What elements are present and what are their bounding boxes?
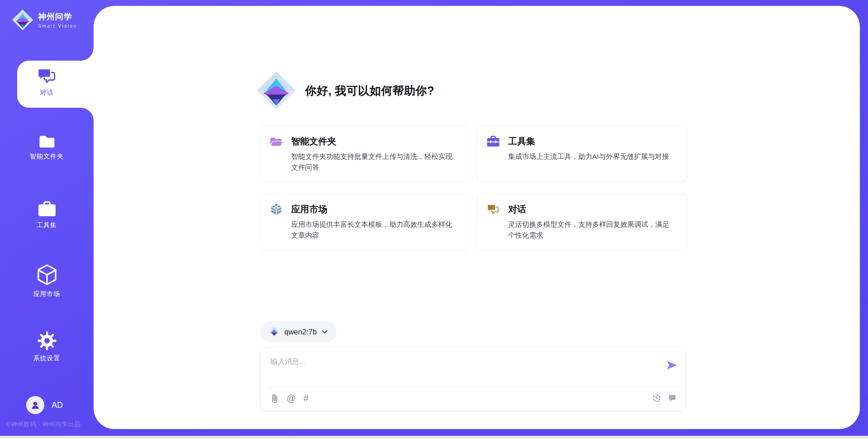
user-account[interactable]: AD <box>26 396 63 414</box>
gear-icon <box>37 331 57 351</box>
model-selector[interactable]: qwen2:7b <box>260 321 337 342</box>
hashtag-icon[interactable]: # <box>303 393 308 403</box>
model-name: qwen2:7b <box>284 328 317 336</box>
greeting-block: 你好, 我可以如何帮助你? <box>256 68 434 113</box>
sidebar-item-label: 智能文件夹 <box>0 153 94 161</box>
paperclip-icon[interactable] <box>270 393 279 403</box>
chevron-down-icon <box>322 330 328 334</box>
app-logo-diamond-icon <box>256 71 296 110</box>
folder-icon <box>38 134 56 149</box>
sidebar-item-label: 系统设置 <box>0 354 94 363</box>
greeting-title: 你好, 我可以如何帮助你? <box>305 83 434 98</box>
send-icon[interactable] <box>666 360 678 371</box>
sidebar-item-app-market[interactable]: 应用市场 <box>0 264 94 298</box>
sidebar-item-smart-folder[interactable]: 智能文件夹 <box>0 134 94 161</box>
feature-cards: 智能文件夹 智能文件夹功能支持批量文件上传与清洗，轻松实现文件问答 工具集 集成… <box>260 126 687 250</box>
card-description: 集成市场上主流工具，助力AI与外界无缝扩展与对接 <box>508 151 675 162</box>
folder-open-icon <box>269 135 283 148</box>
card-smart-folder[interactable]: 智能文件夹 智能文件夹功能支持批量文件上传与清洗，轻松实现文件问答 <box>260 126 468 182</box>
cube-icon <box>37 264 57 286</box>
composer-tools: @ # <box>270 393 308 403</box>
card-description: 应用市场提供丰富长文本模板，助力高效生成多样化文章内容 <box>291 219 456 240</box>
sidebar-item-label: 应用市场 <box>0 290 94 298</box>
sidebar-item-toolset[interactable]: 工具集 <box>0 200 94 229</box>
avatar <box>26 396 44 414</box>
toolbox-icon <box>486 135 500 148</box>
main-panel: 你好, 我可以如何帮助你? 智能文件夹 智能文件夹功能支持批量文件上传与清洗，轻… <box>94 6 860 429</box>
card-toolset[interactable]: 工具集 集成市场上主流工具，助力AI与外界无缝扩展与对接 <box>477 126 687 182</box>
message-input[interactable] <box>270 354 646 369</box>
card-title: 对话 <box>508 203 526 215</box>
card-app-market[interactable]: 应用市场 应用市场提供丰富长文本模板，助力高效生成多样化文章内容 <box>260 194 468 250</box>
mention-icon[interactable]: @ <box>287 393 296 403</box>
brand-subtitle: Smart Vision <box>38 24 77 29</box>
brand: 神州问学 Smart Vision <box>12 9 77 31</box>
toolbox-icon <box>38 200 57 218</box>
card-chat[interactable]: 对话 灵活切换多模型文件，支持多样回复效果调试，满足个性化需求 <box>477 194 687 250</box>
comment-icon[interactable] <box>668 394 677 403</box>
sidebar-item-label: 对话 <box>0 89 94 97</box>
diamond-logo-icon <box>269 327 279 337</box>
composer-actions <box>652 393 677 403</box>
sidebar: 神州问学 Smart Vision 对话 智能文件夹 工具集 应用市场 <box>0 0 94 436</box>
message-composer: @ # <box>260 348 686 411</box>
card-title: 应用市场 <box>291 203 327 215</box>
card-description: 智能文件夹功能支持批量文件上传与清洗，轻松实现文件问答 <box>291 151 456 172</box>
card-description: 灵活切换多模型文件，支持多样回复效果调试，满足个性化需求 <box>508 219 675 240</box>
brand-logo-diamond-icon <box>12 9 33 31</box>
sidebar-item-settings[interactable]: 系统设置 <box>0 331 94 363</box>
brand-name: 神州问学 <box>38 11 77 22</box>
composer-divider <box>267 387 679 388</box>
history-icon[interactable] <box>652 393 661 403</box>
chat-icon <box>486 204 500 215</box>
sidebar-item-label: 工具集 <box>0 221 94 229</box>
chat-icon <box>38 67 57 85</box>
user-initials: AD <box>52 401 63 410</box>
page-bottom-edge <box>0 436 868 439</box>
card-title: 智能文件夹 <box>291 135 336 148</box>
person-icon <box>30 400 41 410</box>
copyright-footer: ©神州数码 · 神州问学出品 <box>6 420 80 429</box>
cube-grid-icon <box>269 203 283 215</box>
card-title: 工具集 <box>508 135 535 148</box>
sidebar-item-chat[interactable]: 对话 <box>0 67 94 97</box>
